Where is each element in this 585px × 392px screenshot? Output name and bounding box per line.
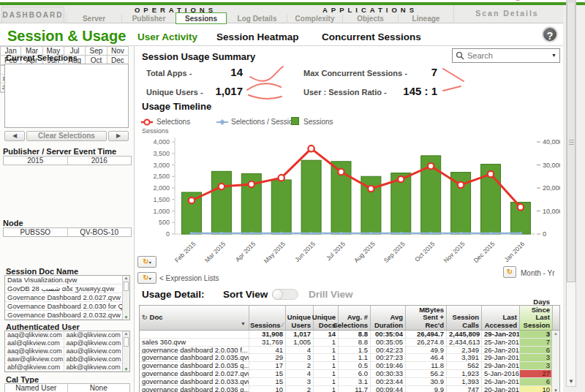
toggle-knob[interactable]: [272, 289, 283, 300]
session-doc-item[interactable]: Governance Dashboard 2.0.030 for Qli...: [5, 302, 122, 311]
user-list-scrollbar[interactable]: ▲▼: [122, 331, 129, 372]
table-row[interactable]: governance dashboard 2.0.033.qvw15313.10…: [140, 378, 559, 386]
nav-tab-scan-details[interactable]: Scan Details: [453, 5, 560, 23]
month-nov[interactable]: Nov: [107, 46, 129, 56]
table-scrollbar[interactable]: ▲ ▼: [551, 331, 559, 392]
nav-tab-objects[interactable]: Objects: [342, 14, 398, 23]
table-cell: governance dashboard 2.0.030 f...: [140, 347, 249, 354]
scroll-down-icon[interactable]: ▼: [123, 315, 129, 320]
year-2015[interactable]: 2015: [4, 157, 67, 165]
legend-selections[interactable]: Selections: [156, 118, 190, 126]
legend-sessions[interactable]: Sessions: [303, 118, 333, 126]
session-doc-item[interactable]: GovDB 28 شسب αδε ʒʌʋʁяyy.qvw: [5, 284, 122, 293]
table-cell: 747: [447, 386, 482, 392]
scroll-up-icon[interactable]: ▲: [123, 331, 129, 336]
table-cell: 1,005: [286, 339, 314, 346]
table-cell: 2,349: [447, 347, 482, 354]
table-cell: 1: [314, 339, 339, 346]
scroll-down-icon[interactable]: ▼: [552, 388, 559, 392]
selections-legend-icon: [141, 117, 153, 127]
auth-user-item[interactable]: aaq@qlikview.com: [5, 331, 64, 339]
fast-change-button-1[interactable]: ↻▾: [137, 256, 156, 268]
nav-tab-complexity[interactable]: Complexity: [287, 14, 342, 23]
node-pubsso[interactable]: PUBSSO: [4, 228, 67, 236]
scroll-up-icon[interactable]: ▲: [552, 331, 559, 336]
session-doc-item[interactable]: Data Visualization.qvw: [5, 276, 122, 284]
column-header-doc[interactable]: ↻Doc▼: [140, 306, 249, 330]
table-row[interactable]: governance dashboard 2.0.035 q...17210.5…: [140, 362, 559, 370]
sort-view-label: Sort View: [223, 289, 268, 300]
table-row[interactable]: governance dashboard 2.0.035.qvw29311.10…: [140, 354, 559, 362]
month-sep[interactable]: Sep: [86, 46, 107, 56]
cycle-dimension-button[interactable]: ↻: [503, 266, 516, 278]
auth-user-item[interactable]: abk@qlikview.com: [64, 363, 123, 371]
table-cell: [140, 331, 249, 338]
nav-tab-log-details[interactable]: Log Details: [227, 14, 287, 23]
nav-tab-server[interactable]: Server: [66, 14, 121, 23]
tab-session-heatmap[interactable]: Session Heatmap: [216, 31, 299, 42]
fast-change-button-2[interactable]: ↻▾: [137, 272, 156, 284]
year-2016[interactable]: 2016: [67, 157, 132, 165]
clear-selections-button[interactable]: Clear Selections: [26, 131, 107, 141]
node-qv-bos-10[interactable]: QV-BOS-10: [67, 228, 132, 236]
auth-user-item[interactable]: aaq@qlikview.com: [5, 347, 64, 355]
nav-tab-publisher[interactable]: Publisher: [121, 14, 176, 23]
tab-concurrent-sessions[interactable]: Concurrent Sessions: [322, 31, 421, 42]
scroll-down-icon[interactable]: ▼: [123, 367, 129, 372]
column-dropdown-icon[interactable]: ▼: [241, 320, 246, 328]
total-apps-value: 14: [183, 66, 243, 78]
legend-selections-session[interactable]: Selections / Session: [231, 118, 297, 126]
scroll-up-icon[interactable]: ▲: [123, 276, 129, 280]
selections-back-button[interactable]: ◀: [4, 131, 25, 141]
column-header-unique-users[interactable]: Unique Users: [286, 306, 314, 330]
auth-user-item[interactable]: aak@qlikview.com: [64, 331, 123, 339]
help-icon[interactable]: ?: [542, 26, 558, 42]
column-header-avg-selections[interactable]: Avg. # Selections: [339, 306, 371, 330]
tab-user-activity[interactable]: User Activity: [137, 31, 197, 42]
table-cell: 17: [249, 362, 286, 369]
table-row[interactable]: governance dashboard 2.0.030 f...41411.5…: [140, 347, 559, 355]
nav-tab-lineage[interactable]: Lineage: [398, 14, 453, 23]
cal-type-none[interactable]: None: [67, 384, 130, 392]
selections-forward-button[interactable]: ▶: [108, 131, 129, 141]
search-dropdown-icon[interactable]: ▼: [551, 53, 556, 58]
table-cell: 29-Jan-2016: [482, 354, 520, 361]
column-header-days-since-last-session[interactable]: Days Since Last Session: [520, 306, 553, 330]
column-header-session-calls[interactable]: Session Calls: [447, 306, 482, 330]
auth-user-row: abf@qlikview.comabk@qlikview.com: [5, 363, 122, 372]
auth-user-item[interactable]: aal@qlikview.com: [5, 339, 64, 347]
table-cell: 30.9: [406, 378, 447, 385]
node-title: Node: [3, 219, 23, 227]
event-time-title: Publisher / Server Event Time: [3, 147, 116, 156]
table-row[interactable]: governance dashboard 2.0.027.qvw15416.00…: [140, 370, 559, 378]
usage-timeline-chart[interactable]: 05001,0001,5002,0002,5003,0003,5004,0000…: [136, 135, 560, 281]
current-selections-box[interactable]: [4, 64, 129, 128]
cal-type-named-user[interactable]: Named User: [5, 384, 67, 392]
table-row[interactable]: governance dashboard 2.0.036 q...102111.…: [140, 386, 559, 392]
view-toggle[interactable]: [272, 289, 298, 300]
search-input[interactable]: [452, 48, 560, 63]
auth-user-row: aaq@qlikview.comaau@qlikview.com: [5, 347, 122, 355]
table-row[interactable]: sales 360.qvw31,7691,00518.800:35:0526,2…: [140, 339, 559, 347]
column-header-label: Doc: [150, 314, 163, 322]
auth-user-item[interactable]: abb@qlikview.com: [64, 355, 123, 363]
session-doc-item[interactable]: Governance Dashboard 2.0.027.qvw: [5, 293, 122, 302]
auth-user-item[interactable]: abf@qlikview.com: [5, 363, 64, 371]
auth-user-item[interactable]: aaw@qlikview.com: [5, 355, 64, 363]
auth-user-item[interactable]: aap@qlikview.com: [64, 339, 123, 347]
nav-tab-dashboard[interactable]: DASHBOARD: [1, 7, 64, 23]
column-header-mbytes-sent-rec-d[interactable]: MBytes Sent + Rec'd: [406, 306, 447, 330]
session-doc-item[interactable]: Governance Dashboard 2.0.032.qvw: [5, 311, 122, 320]
sessions-legend-icon: [291, 117, 299, 125]
column-header-sessions[interactable]: Sessions∕: [249, 306, 286, 330]
doc-list-scrollbar[interactable]: ▲▼: [122, 276, 129, 320]
table-row[interactable]: 31,9081,017148.800:35:0426,494.72,445,80…: [140, 331, 559, 339]
table-cell: 11.7: [339, 386, 371, 392]
scroll-down-icon[interactable]: ▼: [568, 378, 574, 385]
table-cell: 00:27:23: [371, 354, 406, 361]
column-header-last-accessed[interactable]: Last Accessed: [482, 306, 520, 330]
auth-user-item[interactable]: aau@qlikview.com: [64, 347, 123, 355]
nav-tab-sessions[interactable]: Sessions: [176, 12, 227, 24]
page-scrollbar-thumb[interactable]: [567, 1, 575, 282]
column-header-avg-duration[interactable]: Avg Duration: [371, 306, 406, 330]
